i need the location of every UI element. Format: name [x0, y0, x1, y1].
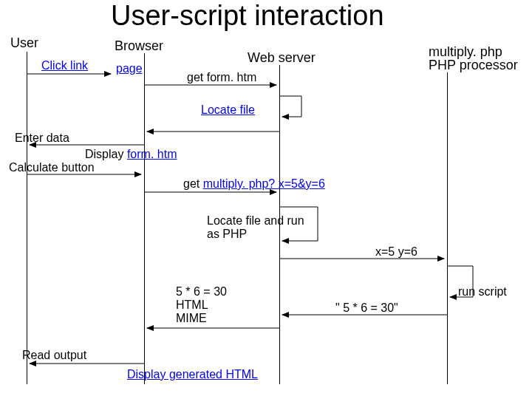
msg-display-form: Display form. htm: [85, 148, 177, 161]
lane-browser: Browser: [115, 38, 163, 54]
get-multiply-prefix: get: [183, 177, 203, 190]
msg-page: page: [116, 62, 143, 75]
msg-calculate-button: Calculate button: [9, 161, 95, 174]
msg-calc1: 5 * 6 = 30: [176, 285, 227, 299]
msg-locate-file: Locate file: [201, 103, 255, 117]
display-form-prefix: Display: [85, 148, 127, 160]
msg-locate-run1: Locate file and run: [207, 214, 304, 228]
sequence-diagram: User-script interaction User Browser Web…: [0, 0, 532, 399]
lane-webserver: Web server: [248, 50, 316, 66]
msg-calc2: HTML: [176, 299, 208, 312]
msg-locate-run2: as PHP: [207, 228, 247, 241]
msg-get-multiply: get multiply. php? x=5&y=6: [183, 177, 325, 191]
msg-get-form: get form. htm: [187, 71, 256, 84]
lane-php2: PHP processor: [429, 58, 518, 73]
lifeline-browser: [144, 53, 145, 384]
multiply-php-link: multiply. php? x=5&y=6: [203, 177, 325, 190]
msg-click-link: Click link: [41, 59, 88, 72]
msg-x5y6: x=5 y=6: [375, 245, 417, 259]
msg-enter-data: Enter data: [15, 132, 69, 145]
msg-read-output: Read output: [22, 349, 86, 362]
msg-display-gen: Display generated HTML: [127, 368, 258, 381]
lane-user: User: [10, 35, 38, 51]
form-htm-link: form. htm: [127, 148, 177, 160]
diagram-title: User-script interaction: [111, 0, 384, 32]
lifeline-user: [27, 52, 27, 384]
msg-result-str: " 5 * 6 = 30": [335, 301, 398, 315]
lifeline-php: [447, 72, 448, 384]
msg-calc3: MIME: [176, 312, 207, 325]
msg-run-script: run script: [458, 285, 507, 299]
